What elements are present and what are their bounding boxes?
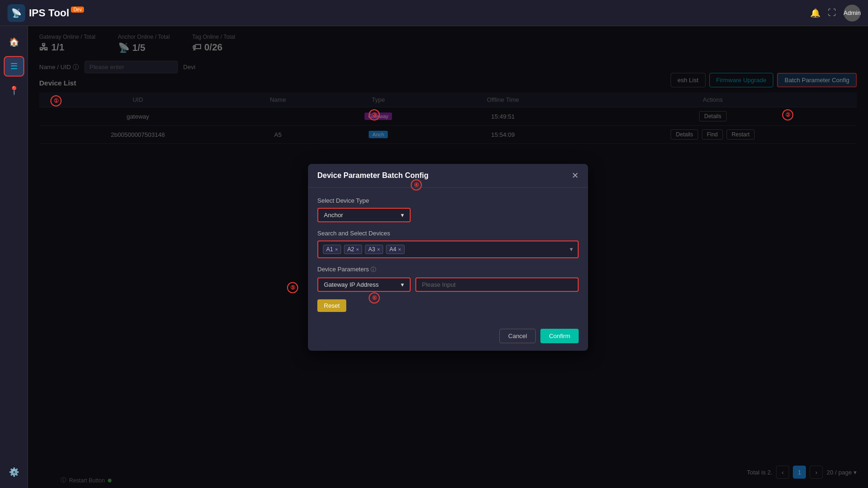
device-type-value: Anchor	[324, 212, 343, 219]
search-select-label: Search and Select Devices	[317, 230, 579, 237]
device-parameters-group: Device Parameters ⓘ Gateway IP Address ▾	[317, 266, 579, 292]
tag-a4-label: A4	[389, 246, 396, 253]
confirm-button[interactable]: Confirm	[540, 329, 579, 343]
reset-button[interactable]: Reset	[317, 299, 346, 312]
select-device-type-label: Select Device Type	[317, 197, 579, 204]
device-type-dropdown[interactable]: Anchor ▾	[317, 208, 411, 222]
tag-a1-close[interactable]: ×	[335, 247, 338, 252]
sidebar-item-home[interactable]: 🏠	[4, 32, 24, 52]
modal-device-param-batch-config: Device Parameter Batch Config ✕ Select D…	[308, 164, 588, 351]
tag-a2-close[interactable]: ×	[356, 247, 359, 252]
sidebar-item-devices[interactable]: ☰	[4, 56, 24, 77]
logo: 📡 IPS Tool Dev	[7, 4, 84, 22]
chevron-down-icon: ▾	[401, 212, 404, 219]
sidebar-item-settings[interactable]: ⚙️	[4, 462, 24, 482]
content-area: Gateway Online / Total 🖧 1/1 Anchor Onli…	[28, 26, 868, 488]
logo-icon: 📡	[7, 4, 25, 22]
tag-a3-label: A3	[368, 246, 375, 253]
tag-a3-close[interactable]: ×	[377, 247, 380, 252]
topbar-right: 🔔 ⛶ Admin	[810, 5, 861, 21]
modal-header: Device Parameter Batch Config ✕	[308, 164, 588, 188]
tag-a1[interactable]: A1 ×	[323, 245, 341, 254]
modal-title: Device Parameter Batch Config	[317, 171, 428, 180]
modal-footer: Cancel Confirm	[308, 321, 588, 351]
select-device-type-group: Select Device Type Anchor ▾	[317, 197, 579, 222]
cancel-button[interactable]: Cancel	[499, 329, 536, 343]
device-params-label: Device Parameters ⓘ	[317, 266, 579, 274]
tags-dropdown-icon: ▾	[570, 246, 573, 253]
tag-a1-label: A1	[326, 246, 333, 253]
param-chevron-icon: ▾	[401, 281, 404, 288]
avatar[interactable]: Admin	[844, 5, 861, 21]
sidebar-item-location[interactable]: 📍	[4, 80, 24, 101]
topbar: 📡 IPS Tool Dev 🔔 ⛶ Admin	[0, 0, 868, 26]
param-value-input[interactable]	[415, 277, 579, 292]
app-title: IPS Tool	[29, 7, 69, 19]
modal-close-button[interactable]: ✕	[572, 171, 579, 180]
dev-badge: Dev	[71, 7, 84, 13]
modal-body: Select Device Type Anchor ▾ Search and S…	[308, 188, 588, 321]
tag-a4[interactable]: A4 ×	[386, 245, 404, 254]
param-type-value: Gateway IP Address	[324, 281, 379, 288]
tag-a2[interactable]: A2 ×	[344, 245, 362, 254]
sidebar: 🏠 ☰ 📍 ⚙️	[0, 26, 28, 488]
main-layout: 🏠 ☰ 📍 ⚙️ Gateway Online / Total 🖧 1/1 An…	[0, 26, 868, 488]
tags-input[interactable]: A1 × A2 × A3 × A4 ×	[317, 240, 579, 258]
param-row: Gateway IP Address ▾	[317, 277, 579, 292]
tag-a4-close[interactable]: ×	[398, 247, 401, 252]
tag-a2-label: A2	[347, 246, 354, 253]
tag-a3[interactable]: A3 ×	[365, 245, 383, 254]
device-params-help-icon: ⓘ	[371, 266, 376, 273]
search-select-devices-group: Search and Select Devices A1 × A2 × A3 ×	[317, 230, 579, 258]
avatar-label: Admin	[844, 9, 861, 16]
bell-icon[interactable]: 🔔	[810, 8, 820, 18]
fullscreen-icon[interactable]: ⛶	[828, 8, 836, 18]
param-type-dropdown[interactable]: Gateway IP Address ▾	[317, 277, 411, 292]
